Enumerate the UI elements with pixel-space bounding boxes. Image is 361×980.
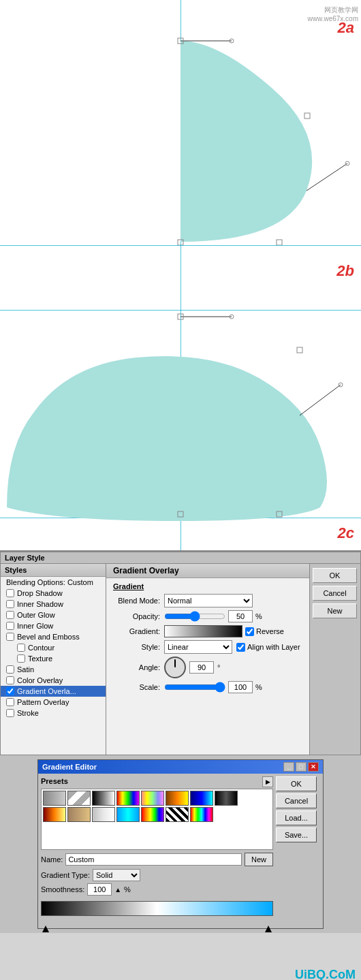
checkbox-outer-glow[interactable]: [6, 611, 14, 619]
sidebar-item-outer-glow[interactable]: Outer Glow: [1, 610, 106, 620]
checkbox-texture[interactable]: [17, 654, 25, 663]
close-button[interactable]: ✕: [308, 762, 319, 772]
preset-swatch-7[interactable]: [190, 791, 213, 806]
presets-arrow[interactable]: ▶: [262, 776, 273, 787]
gradient-type-select[interactable]: Solid: [93, 869, 140, 881]
sidebar-item-bevel-emboss[interactable]: Bevel and Emboss: [1, 631, 106, 642]
checkbox-color-overlay[interactable]: [6, 676, 14, 684]
blend-mode-label: Blend Mode:: [113, 597, 164, 605]
bottom-area: UiBQ.CoM: [0, 933, 361, 980]
gradient-bar-container: [41, 901, 273, 926]
sidebar-label-texture: Texture: [28, 654, 52, 663]
sidebar-item-inner-shadow[interactable]: Inner Shadow: [1, 599, 106, 610]
sidebar-item-contour[interactable]: Contour: [1, 642, 106, 653]
preset-swatch-11[interactable]: [92, 807, 115, 822]
checkbox-gradient-overlay[interactable]: [6, 687, 14, 695]
sidebar-label-outer-glow: Outer Glow: [17, 611, 55, 619]
sidebar-item-satin[interactable]: Satin: [1, 664, 106, 675]
gradient-editor-wrapper: Gradient Editor _ □ ✕ Presets ▶: [0, 755, 361, 933]
align-container: Align with Layer: [236, 643, 300, 652]
ok-button[interactable]: OK: [313, 568, 357, 583]
cancel-button[interactable]: Cancel: [313, 586, 357, 601]
canvas-area: 网页教学网 www.we67x.com 2a 2b 2c: [0, 0, 361, 552]
gradient-row: Gradient: Reverse: [113, 625, 302, 637]
name-input[interactable]: [65, 853, 242, 866]
presets-label: Presets: [41, 777, 68, 785]
style-select[interactable]: Linear: [164, 640, 232, 654]
sidebar-item-gradient-overlay[interactable]: Gradient Overla...: [1, 686, 106, 697]
layer-style-titlebar: Layer Style: [0, 552, 361, 563]
sidebar-item-stroke[interactable]: Stroke: [1, 708, 106, 718]
layer-style-panel: Styles Blending Options: Custom Drop Sha…: [0, 563, 361, 755]
sidebar-item-pattern-overlay[interactable]: Pattern Overlay: [1, 697, 106, 708]
checkbox-inner-glow[interactable]: [6, 622, 14, 630]
gradient-preview[interactable]: [164, 625, 242, 637]
sidebar-label-drop-shadow: Drop Shadow: [17, 589, 63, 597]
gradient-load-button[interactable]: Load...: [276, 810, 317, 825]
gradient-cancel-button[interactable]: Cancel: [276, 793, 317, 808]
scale-input[interactable]: [228, 681, 253, 693]
preset-swatch-4[interactable]: [116, 791, 140, 806]
sidebar-title: Styles: [1, 564, 106, 577]
sidebar-item-color-overlay[interactable]: Color Overlay: [1, 675, 106, 686]
align-checkbox[interactable]: [236, 643, 245, 652]
preset-swatch-14[interactable]: [166, 807, 189, 822]
scale-slider[interactable]: [164, 682, 225, 692]
opacity-input[interactable]: [228, 610, 253, 622]
layer-style-sidebar: Styles Blending Options: Custom Drop Sha…: [1, 564, 106, 755]
checkbox-inner-shadow[interactable]: [6, 600, 14, 608]
checkbox-satin[interactable]: [6, 665, 14, 674]
checkbox-stroke[interactable]: [6, 709, 14, 717]
checkbox-contour[interactable]: [17, 644, 25, 652]
color-stop-right[interactable]: [265, 926, 272, 932]
smoothness-label: Smoothness:: [41, 885, 84, 894]
presets-row-1: [43, 791, 271, 806]
preset-swatch-1[interactable]: [43, 791, 66, 806]
style-label: Style:: [113, 643, 164, 651]
sidebar-item-inner-glow[interactable]: Inner Glow: [1, 620, 106, 631]
checkbox-pattern-overlay[interactable]: [6, 698, 14, 706]
gradient-type-label: Gradient Type:: [41, 871, 90, 879]
preset-swatch-6[interactable]: [166, 791, 189, 806]
section-label-2b: 2b: [336, 262, 354, 280]
preset-swatch-10[interactable]: [67, 807, 91, 822]
sidebar-label-bevel-emboss: Bevel and Emboss: [17, 633, 80, 641]
angle-input[interactable]: [189, 661, 214, 674]
angle-dial[interactable]: [164, 657, 186, 678]
gradient-save-button[interactable]: Save...: [276, 827, 317, 842]
preset-swatch-12[interactable]: [116, 807, 140, 822]
gradient-subtitle: Gradient: [113, 582, 302, 590]
checkbox-drop-shadow[interactable]: [6, 589, 14, 597]
opacity-slider-container: %: [164, 610, 262, 622]
opacity-slider[interactable]: [164, 612, 225, 621]
gradient-bar[interactable]: [41, 901, 273, 916]
checkbox-bevel-emboss[interactable]: [6, 633, 14, 641]
preset-swatch-5[interactable]: [141, 791, 164, 806]
smoothness-input[interactable]: [87, 883, 112, 896]
preset-swatch-8[interactable]: [215, 791, 238, 806]
preset-swatch-3[interactable]: [92, 791, 115, 806]
reverse-container: Reverse: [245, 627, 284, 636]
maximize-button[interactable]: □: [296, 762, 307, 772]
reverse-checkbox[interactable]: [245, 627, 254, 636]
blend-mode-select[interactable]: Normal: [164, 594, 253, 607]
svg-line-10: [300, 385, 341, 415]
opacity-unit: %: [255, 612, 262, 620]
new-button[interactable]: New: [313, 603, 357, 618]
sidebar-label-inner-glow: Inner Glow: [17, 622, 53, 630]
smoothness-arrow-up[interactable]: ▲: [114, 886, 121, 894]
sidebar-item-texture[interactable]: Texture: [1, 653, 106, 664]
minimize-button[interactable]: _: [283, 762, 294, 772]
sidebar-label-color-overlay: Color Overlay: [17, 676, 63, 684]
preset-swatch-13[interactable]: [141, 807, 164, 822]
sidebar-item-drop-shadow[interactable]: Drop Shadow: [1, 588, 106, 599]
sidebar-item-blending[interactable]: Blending Options: Custom: [1, 577, 106, 588]
name-new-button[interactable]: New: [245, 853, 273, 866]
gradient-ok-button[interactable]: OK: [276, 776, 317, 791]
color-stop-left[interactable]: [42, 926, 49, 932]
preset-swatch-15[interactable]: [190, 807, 213, 822]
preset-swatch-2[interactable]: [67, 791, 91, 806]
presets-row-2: [43, 807, 271, 822]
preset-swatch-9[interactable]: [43, 807, 66, 822]
panel-area: Layer Style Styles Blending Options: Cus…: [0, 552, 361, 980]
